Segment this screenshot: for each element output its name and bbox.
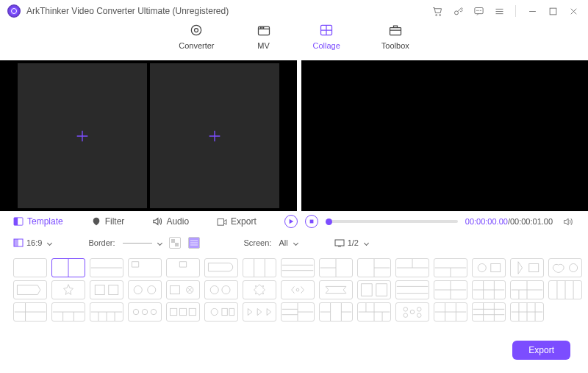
template-item[interactable] — [510, 302, 544, 322]
template-item[interactable] — [90, 302, 123, 322]
template-item[interactable] — [548, 258, 582, 277]
menu-icon[interactable] — [492, 4, 506, 18]
svg-rect-46 — [170, 285, 179, 294]
template-item[interactable] — [472, 280, 506, 299]
close-icon[interactable] — [566, 4, 581, 18]
template-item[interactable] — [51, 258, 85, 277]
collage-slot-1[interactable] — [18, 63, 147, 208]
collage-slot-2[interactable] — [150, 63, 279, 208]
subtab-filter[interactable]: Filter — [91, 216, 125, 227]
tab-converter[interactable]: Converter — [179, 22, 214, 60]
template-item[interactable] — [128, 258, 162, 277]
template-item[interactable] — [204, 280, 238, 299]
svg-rect-20 — [14, 239, 18, 246]
subtab-template[interactable]: Template — [13, 216, 63, 227]
svg-rect-39 — [491, 263, 501, 271]
svg-point-96 — [417, 308, 421, 312]
template-item[interactable] — [472, 302, 506, 322]
mv-icon — [256, 22, 272, 38]
template-item[interactable] — [281, 258, 315, 277]
template-item[interactable] — [281, 280, 315, 299]
export-button[interactable]: Export — [512, 341, 570, 360]
template-item[interactable] — [51, 302, 85, 322]
tab-mv[interactable]: MV — [256, 22, 272, 60]
seek-bar[interactable] — [326, 220, 458, 223]
play-button[interactable] — [284, 215, 298, 228]
template-item[interactable] — [319, 258, 353, 277]
template-item[interactable] — [357, 302, 391, 322]
svg-rect-78 — [179, 308, 186, 315]
page-select[interactable]: 1/2 — [334, 238, 368, 247]
template-item[interactable] — [395, 258, 429, 277]
ratio-select[interactable]: 16:9 — [13, 238, 51, 247]
tab-collage[interactable]: Collage — [313, 22, 340, 60]
template-item[interactable] — [395, 280, 429, 299]
subtab-export[interactable]: Export — [217, 216, 257, 227]
template-item[interactable] — [90, 258, 123, 277]
border-color-picker[interactable] — [169, 237, 181, 249]
audio-icon — [152, 217, 162, 226]
template-item[interactable] — [51, 280, 85, 299]
subtab-label: Audio — [166, 216, 189, 227]
template-item[interactable] — [166, 302, 200, 322]
template-item[interactable] — [166, 258, 200, 277]
svg-point-0 — [435, 14, 437, 15]
volume-icon[interactable] — [560, 214, 575, 229]
svg-rect-22 — [175, 243, 179, 246]
svg-point-38 — [478, 263, 486, 271]
template-item[interactable] — [472, 258, 506, 277]
key-icon[interactable] — [451, 4, 465, 18]
template-item[interactable] — [357, 258, 391, 277]
total-time: 00:00:01.00 — [510, 217, 553, 226]
template-item[interactable] — [434, 280, 467, 299]
templates-grid — [0, 254, 588, 322]
border-pattern-picker[interactable] — [188, 237, 200, 249]
maximize-icon[interactable] — [545, 4, 560, 18]
template-icon — [13, 217, 24, 226]
minimize-icon[interactable] — [525, 4, 539, 18]
template-item[interactable] — [128, 302, 162, 322]
template-item[interactable] — [395, 302, 429, 322]
template-item[interactable] — [434, 258, 467, 277]
screen-select[interactable]: All — [279, 238, 297, 247]
tab-label: Converter — [179, 41, 214, 50]
template-item[interactable] — [90, 280, 123, 299]
template-item[interactable] — [243, 302, 276, 322]
subtab-label: Filter — [105, 216, 125, 227]
svg-rect-42 — [95, 285, 104, 295]
template-item[interactable] — [166, 280, 200, 299]
template-item[interactable] — [204, 302, 238, 322]
template-item[interactable] — [128, 280, 162, 299]
tab-label: MV — [257, 41, 270, 50]
template-item[interactable] — [13, 302, 47, 322]
app-window: ArkThinker Video Converter Ultimate (Unr… — [0, 0, 588, 373]
template-item[interactable] — [13, 280, 47, 299]
template-item[interactable] — [510, 258, 544, 277]
feedback-icon[interactable] — [471, 4, 486, 18]
main-toolbar: Converter MV Collage Toolbox — [0, 22, 588, 60]
template-item[interactable] — [510, 280, 544, 299]
template-item[interactable] — [319, 280, 353, 299]
border-style-select[interactable] — [123, 241, 162, 245]
app-title: ArkThinker Video Converter Ultimate (Unr… — [26, 6, 229, 16]
ratio-icon — [13, 238, 24, 247]
subtab-audio[interactable]: Audio — [152, 216, 189, 227]
template-item[interactable] — [357, 280, 391, 299]
cart-icon[interactable] — [430, 4, 445, 18]
stop-button[interactable] — [305, 215, 318, 228]
tab-toolbox[interactable]: Toolbox — [381, 22, 409, 60]
template-item[interactable] — [548, 280, 582, 299]
template-item[interactable] — [243, 280, 276, 299]
preview-slot-1 — [319, 63, 443, 208]
template-item[interactable] — [319, 302, 353, 322]
template-item[interactable] — [243, 258, 276, 277]
template-item[interactable] — [434, 302, 467, 322]
template-item[interactable] — [281, 302, 315, 322]
chevron-down-icon — [47, 240, 52, 245]
svg-point-2 — [454, 10, 458, 14]
template-item[interactable] — [13, 258, 47, 277]
svg-point-97 — [404, 313, 408, 318]
svg-rect-14 — [390, 28, 401, 35]
template-item[interactable] — [204, 258, 238, 277]
toolbox-icon — [387, 22, 404, 38]
